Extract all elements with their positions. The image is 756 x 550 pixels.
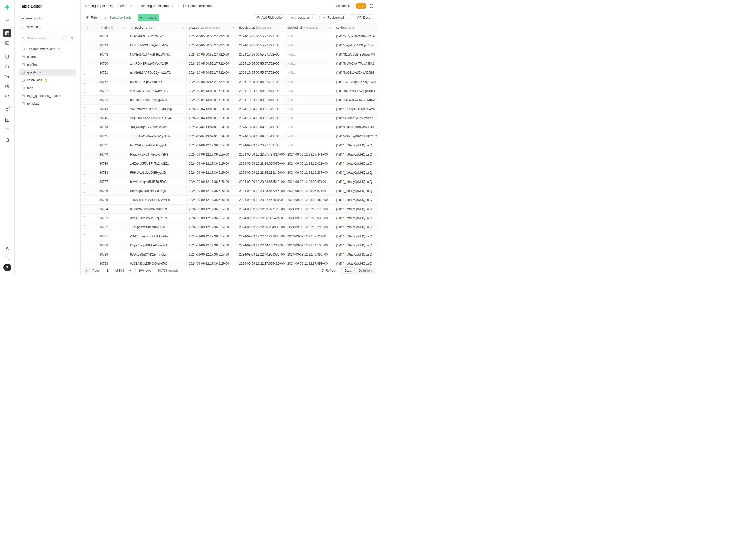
cell-id[interactable]: 30734	[97, 205, 128, 213]
nav-database[interactable]	[3, 52, 11, 61]
cell-public_id[interactable]: Be4KignzoK9YRGNI3Zgks	[128, 186, 187, 195]
cell-content[interactable]: {"id":"_Id9aLyJpMHQLaiQ	[334, 241, 378, 250]
cell-deleted_at[interactable]: NULL	[285, 32, 334, 41]
cell-deleted_at[interactable]: NULL	[285, 141, 334, 150]
cell-content[interactable]: {"id":"_Id9aLyJpMHQLaiQ	[334, 250, 378, 259]
row-checkbox[interactable]	[83, 71, 86, 75]
cell-public_id[interactable]: nj336mN5reuRVNZrKHFpF	[128, 205, 187, 213]
cell-deleted_at[interactable]: 2024-09-09 12:22:47.22+00	[285, 232, 334, 241]
cell-content[interactable]: {"id":"_Id9aLyJpMHQLaiQ	[334, 177, 378, 186]
table-actions-icon[interactable]: …	[70, 71, 74, 74]
cell-deleted_at[interactable]: 2024-09-09 12:22:59.279+00	[285, 205, 334, 213]
column-menu-icon[interactable]	[373, 26, 376, 29]
cell-deleted_at[interactable]: NULL	[285, 59, 334, 68]
cell-id[interactable]: 30747	[97, 86, 128, 95]
column-header-content[interactable]: contentjsonb	[334, 23, 378, 32]
cell-public_id[interactable]: rYbORF2e4YgDt9fKAXaKn	[128, 232, 187, 241]
cell-public_id[interactable]: nxFT002ISeRE-Qobg3K3k	[128, 96, 187, 104]
cell-updated_at[interactable]: 2024-09-09 12:23:27.459+00	[237, 141, 285, 150]
cell-public_id[interactable]: DGEJfJZPQUV9Q-IBqsNSi	[128, 41, 187, 50]
sidebar-table-questions[interactable]: questions…	[19, 69, 76, 76]
cell-created_at[interactable]: 2024-09-09 12:17:36.515+00	[187, 141, 237, 150]
cell-created_at[interactable]: 2024-09-09 12:17:36.515+00	[187, 196, 237, 204]
cell-created_at[interactable]: 2024-10-04 13:09:01.519+00	[187, 105, 237, 113]
cell-content[interactable]: {"id":"S1vrVC5BrB59wqcM4	[334, 50, 378, 59]
supabase-logo[interactable]	[3, 3, 11, 11]
cell-updated_at[interactable]: 2024-10-05 00:55:27.722+00	[237, 50, 285, 59]
new-table-button[interactable]: New table	[19, 24, 76, 30]
sidebar-table-template[interactable]: template	[19, 100, 76, 107]
row-checkbox[interactable]	[83, 180, 86, 184]
column-header-id[interactable]: idint8	[97, 23, 128, 32]
cell-public_id[interactable]: ZDCunRYJP2CQ5Z8Po2Gy4	[128, 114, 187, 123]
row-checkbox[interactable]	[83, 44, 86, 47]
breadcrumb-project[interactable]: farming-paper-prod	[141, 4, 169, 8]
row-checkbox[interactable]	[83, 62, 86, 65]
page-input[interactable]	[102, 267, 113, 274]
nav-advisors[interactable]	[3, 106, 11, 114]
cell-created_at[interactable]: 2024-09-09 12:17:36.515+00	[187, 205, 237, 213]
cell-updated_at[interactable]: 2024-10-04 13:09:01.519+00	[237, 123, 285, 132]
next-page-button[interactable]	[126, 267, 133, 274]
cell-id[interactable]: 30731	[97, 232, 128, 241]
column-menu-icon[interactable]	[232, 26, 235, 29]
filter-button[interactable]: Filter	[85, 16, 98, 19]
cell-public_id[interactable]: 0L5BAfDaLDl5rQOiqeKPO	[128, 259, 187, 266]
tab-definition[interactable]: Definition	[355, 267, 375, 274]
row-checkbox[interactable]	[83, 107, 86, 111]
insert-button[interactable]: Insert	[138, 14, 159, 21]
cell-content[interactable]: {"id":"_Id9aLyJpMHQLaiQ	[334, 259, 378, 266]
nav-sql-editor[interactable]	[3, 39, 11, 47]
cell-content[interactable]: {"id":"fvrQ1bXoJ6XaAD08G	[334, 68, 378, 77]
cell-deleted_at[interactable]: NULL	[285, 114, 334, 123]
cell-public_id[interactable]: lEfA0sRh9hIXf62Y6ga75	[128, 32, 187, 41]
cell-id[interactable]: 30730	[97, 241, 128, 250]
select-all-checkbox[interactable]	[84, 26, 88, 29]
cell-deleted_at[interactable]: 2024-09-09 12:23:05.57+00	[285, 186, 334, 195]
feedback-button[interactable]: Feedback	[333, 3, 353, 9]
column-header-updated_at[interactable]: updated_attimestamptz	[237, 23, 285, 32]
nav-api-docs[interactable]	[3, 135, 11, 144]
cell-created_at[interactable]: 2024-09-09 12:17:36.515+00	[187, 150, 237, 159]
column-header-created_at[interactable]: created_attimestamptz	[187, 23, 237, 32]
search-tables-input[interactable]	[19, 35, 67, 42]
column-menu-icon[interactable]	[329, 26, 332, 29]
cell-public_id[interactable]: xrETl_HyGY0mPMGVqtOTM	[128, 132, 187, 141]
row-checkbox[interactable]	[83, 198, 86, 202]
cell-deleted_at[interactable]: NULL	[285, 96, 334, 104]
cell-deleted_at[interactable]: 2024-09-09 12:22:56.033+00	[285, 214, 334, 223]
cell-updated_at[interactable]: 2024-10-04 13:09:01.519+00	[237, 114, 285, 123]
cell-public_id[interactable]: _l40sQIRTmMZfcm-MWMPs	[128, 196, 187, 204]
cell-id[interactable]: 30735	[97, 196, 128, 204]
cell-id[interactable]: 30741	[97, 141, 128, 150]
cell-created_at[interactable]: 2024-09-09 12:17:36.515+00	[187, 186, 237, 195]
project-switcher-icon[interactable]	[171, 4, 174, 8]
org-switcher-icon[interactable]	[129, 4, 133, 8]
row-checkbox[interactable]	[83, 153, 86, 156]
cell-updated_at[interactable]: 2024-09-09 12:23:02.46183+00	[237, 196, 285, 204]
cell-public_id[interactable]: nbMhHL3AP7OcCJymc2wT2	[128, 68, 187, 77]
cell-updated_at[interactable]: 2024-09-09 12:23:08.668542+00	[237, 177, 285, 186]
cell-updated_at[interactable]: 2024-09-09 12:23:15.234146+00	[237, 168, 285, 177]
cell-content[interactable]: {"id":"1VASb3phnXXkQPCpv	[334, 77, 378, 86]
cell-deleted_at[interactable]: 2024-09-09 12:23:02.463+00	[285, 196, 334, 204]
cell-id[interactable]: 30736	[97, 186, 128, 195]
cell-content[interactable]: {"id":"_Id9aLyJpMHQLaiQ	[334, 223, 378, 232]
cell-deleted_at[interactable]: NULL	[285, 77, 334, 86]
cell-id[interactable]: 30738	[97, 168, 128, 177]
cell-id[interactable]: 30728	[97, 259, 128, 266]
cell-public_id[interactable]: zHDq4c0F0VBF_TL2_dBZ1	[128, 159, 187, 168]
row-checkbox[interactable]	[83, 234, 86, 238]
cell-deleted_at[interactable]: 2024-09-09 12:23:19.021+00	[285, 159, 334, 168]
cell-updated_at[interactable]: 2024-10-05 00:55:27.722+00	[237, 32, 285, 41]
cell-id[interactable]: 30729	[97, 250, 128, 259]
row-checkbox[interactable]	[83, 262, 86, 265]
cell-created_at[interactable]: 2024-09-09 12:17:36.515+00	[187, 159, 237, 168]
nav-auth[interactable]	[3, 62, 11, 71]
notifications-badge[interactable]	[356, 3, 366, 9]
cell-id[interactable]: 30744	[97, 123, 128, 132]
cell-created_at[interactable]: 2024-10-04 13:09:01.519+00	[187, 96, 237, 104]
cell-content[interactable]: {"id":"_Id9aLyJpMHQLaiQ	[334, 214, 378, 223]
cell-public_id[interactable]: FHHUioa3bidd00BHyLeZt	[128, 168, 187, 177]
cell-updated_at[interactable]: 2024-09-09 12:23:27.437814+00	[237, 150, 285, 159]
